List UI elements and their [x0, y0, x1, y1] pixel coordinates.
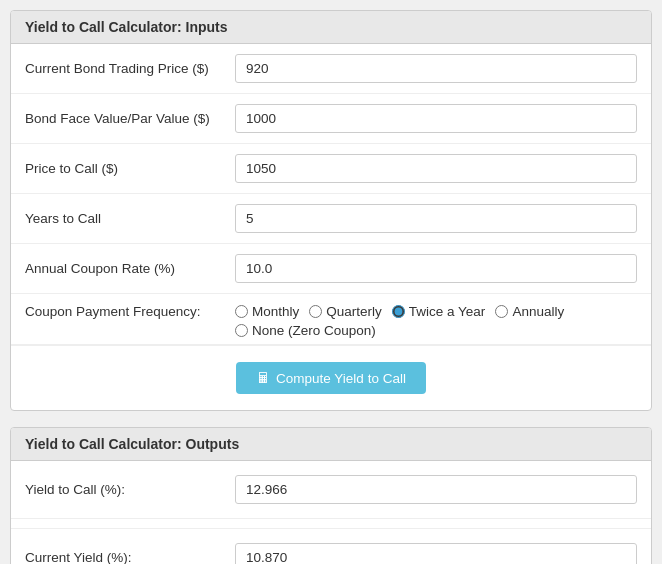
coupon-freq-line-2: None (Zero Coupon) [235, 323, 637, 338]
price-to-call-row: Price to Call ($) [11, 144, 651, 194]
face-value-label: Bond Face Value/Par Value ($) [25, 111, 235, 126]
price-to-call-label: Price to Call ($) [25, 161, 235, 176]
bond-price-input[interactable] [235, 54, 637, 83]
outputs-header: Yield to Call Calculator: Outputs [11, 428, 651, 461]
years-to-call-input[interactable] [235, 204, 637, 233]
radio-quarterly[interactable]: Quarterly [309, 304, 382, 319]
radio-quarterly-input[interactable] [309, 305, 322, 318]
compute-button[interactable]: 🖩 Compute Yield to Call [236, 362, 426, 394]
price-to-call-input[interactable] [235, 154, 637, 183]
ytc-row: Yield to Call (%): [11, 461, 651, 519]
radio-twice[interactable]: Twice a Year [392, 304, 486, 319]
outputs-card: Yield to Call Calculator: Outputs Yield … [10, 427, 652, 564]
inputs-card: Yield to Call Calculator: Inputs Current… [10, 10, 652, 411]
ytc-output[interactable] [235, 475, 637, 504]
compute-row: 🖩 Compute Yield to Call [11, 345, 651, 410]
radio-none-input[interactable] [235, 324, 248, 337]
radio-monthly[interactable]: Monthly [235, 304, 299, 319]
years-to-call-row: Years to Call [11, 194, 651, 244]
coupon-rate-label: Annual Coupon Rate (%) [25, 261, 235, 276]
spacer-row [11, 519, 651, 529]
coupon-freq-label: Coupon Payment Frequency: [25, 304, 235, 319]
radio-annually-label: Annually [512, 304, 564, 319]
radio-none-label: None (Zero Coupon) [252, 323, 376, 338]
face-value-input[interactable] [235, 104, 637, 133]
radio-none[interactable]: None (Zero Coupon) [235, 323, 376, 338]
coupon-rate-input[interactable] [235, 254, 637, 283]
coupon-freq-line-1: Monthly Quarterly Twice a Year Annually [235, 304, 637, 319]
radio-quarterly-label: Quarterly [326, 304, 382, 319]
ytc-label: Yield to Call (%): [25, 482, 235, 497]
bond-price-label: Current Bond Trading Price ($) [25, 61, 235, 76]
radio-monthly-input[interactable] [235, 305, 248, 318]
radio-monthly-label: Monthly [252, 304, 299, 319]
bond-price-row: Current Bond Trading Price ($) [11, 44, 651, 94]
coupon-rate-row: Annual Coupon Rate (%) [11, 244, 651, 294]
current-yield-row: Current Yield (%): [11, 529, 651, 564]
years-to-call-label: Years to Call [25, 211, 235, 226]
radio-annually-input[interactable] [495, 305, 508, 318]
compute-button-label: Compute Yield to Call [276, 371, 406, 386]
radio-twice-label: Twice a Year [409, 304, 486, 319]
radio-annually[interactable]: Annually [495, 304, 564, 319]
coupon-freq-options: Monthly Quarterly Twice a Year Annually [235, 304, 637, 338]
coupon-freq-row: Coupon Payment Frequency: Monthly Quarte… [11, 294, 651, 345]
current-yield-output[interactable] [235, 543, 637, 564]
face-value-row: Bond Face Value/Par Value ($) [11, 94, 651, 144]
current-yield-label: Current Yield (%): [25, 550, 235, 564]
inputs-header: Yield to Call Calculator: Inputs [11, 11, 651, 44]
calculator-icon: 🖩 [256, 370, 270, 386]
radio-twice-input[interactable] [392, 305, 405, 318]
